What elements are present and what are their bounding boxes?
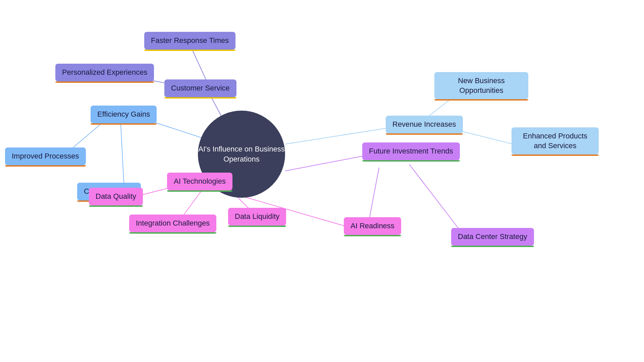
node-revenue-increases: Revenue Increases [386,116,463,133]
svg-line-8 [460,131,513,144]
svg-line-6 [285,128,387,144]
node-ai-technologies: AI Technologies [167,173,232,190]
node-data-liquidity: Data Liquidity [228,208,286,226]
node-data-center: Data Center Strategy [451,228,534,246]
node-enhanced-products: Enhanced Products and Services [512,127,599,155]
node-ai-readiness: AI Readiness [344,217,401,235]
center-label: AI's Influence on Business Operations [198,144,285,164]
svg-line-14 [285,156,364,171]
node-future-investment: Future Investment Trends [362,142,460,160]
node-customer-service: Customer Service [164,79,236,97]
node-efficiency-gains: Efficiency Gains [91,106,157,123]
node-personalized: Personalized Experiences [55,64,154,81]
node-new-business: New Business Opportunities [434,72,528,99]
node-integration-challenges: Integration Challenges [129,215,216,232]
node-faster-response: Faster Response Times [144,32,235,50]
node-data-quality: Data Quality [89,188,143,205]
node-improved-processes: Improved Processes [5,147,86,165]
svg-line-5 [121,124,124,189]
